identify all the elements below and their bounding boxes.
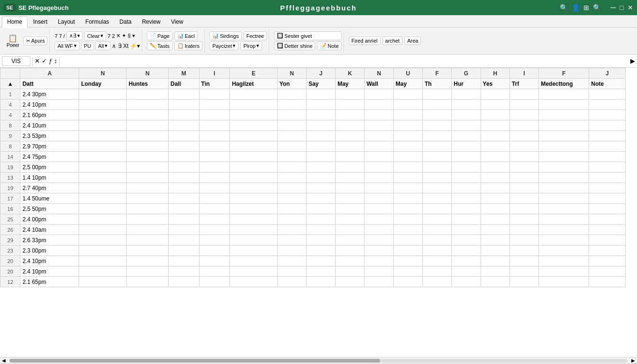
cell-data[interactable] — [127, 204, 168, 214]
cell-data[interactable] — [589, 100, 626, 110]
scroll-left-arrow[interactable]: ◀ — [0, 358, 8, 363]
cell-data[interactable] — [481, 120, 510, 131]
cell-datt[interactable]: 2.4 10um — [20, 120, 79, 131]
cell-data[interactable] — [306, 89, 335, 100]
cell-data[interactable] — [393, 256, 422, 266]
cell-data[interactable] — [589, 141, 626, 152]
cell-data[interactable] — [127, 193, 168, 204]
cell-data[interactable] — [539, 193, 589, 204]
formula-expand-icon[interactable]: ↕ — [54, 57, 57, 64]
cell-data[interactable] — [79, 225, 127, 235]
cell-data[interactable] — [510, 131, 538, 141]
cell-data[interactable] — [452, 277, 481, 287]
cell-data[interactable] — [306, 193, 335, 204]
all-wf-dropdown[interactable]: All WF▾ — [55, 41, 79, 50]
iraters-button[interactable]: 📋Iraters — [174, 41, 202, 50]
col-header-n4[interactable]: N — [364, 68, 393, 79]
cell-data[interactable] — [306, 214, 335, 225]
row-header[interactable]: 23 — [0, 246, 20, 256]
cell-datt[interactable]: 2.4 75pm — [20, 152, 79, 162]
cell-data[interactable] — [127, 183, 168, 193]
header-may1[interactable]: May — [336, 79, 364, 89]
cell-data[interactable] — [306, 141, 335, 152]
cell-data[interactable] — [423, 256, 452, 266]
cell-data[interactable] — [481, 256, 510, 266]
cell-data[interactable] — [510, 277, 538, 287]
header-tin[interactable]: Tin — [199, 79, 230, 89]
cell-data[interactable] — [199, 225, 230, 235]
row-header[interactable]: 20 — [0, 256, 20, 266]
cell-data[interactable] — [336, 141, 364, 152]
cell-data[interactable] — [277, 131, 306, 141]
formula-insert-icon[interactable]: ƒ — [49, 57, 52, 64]
cell-data[interactable] — [481, 277, 510, 287]
cell-data[interactable] — [127, 141, 168, 152]
cell-data[interactable] — [539, 266, 589, 277]
cell-data[interactable] — [452, 214, 481, 225]
cell-data[interactable] — [168, 193, 199, 204]
cell-data[interactable] — [230, 110, 277, 120]
cell-data[interactable] — [589, 152, 626, 162]
cell-data[interactable] — [79, 256, 127, 266]
header-wall[interactable]: Wall — [364, 79, 393, 89]
cell-data[interactable] — [481, 89, 510, 100]
cell-data[interactable] — [306, 173, 335, 183]
cell-data[interactable] — [168, 162, 199, 173]
cell-data[interactable] — [168, 256, 199, 266]
cell-data[interactable] — [199, 120, 230, 131]
cell-data[interactable] — [230, 141, 277, 152]
area-button[interactable]: Area — [404, 36, 421, 45]
cell-data[interactable] — [510, 110, 538, 120]
cell-data[interactable] — [277, 141, 306, 152]
cell-data[interactable] — [336, 266, 364, 277]
header-yes[interactable]: Yes — [481, 79, 510, 89]
header-trf[interactable]: Trf — [510, 79, 538, 89]
plrop-dropdown[interactable]: Plrop▾ — [240, 41, 262, 50]
search-icon[interactable]: 🔍 — [560, 4, 568, 11]
cut-button[interactable]: ✂Apurs — [23, 36, 48, 46]
clear-dropdown[interactable]: Clear▾ — [84, 31, 106, 40]
cell-data[interactable] — [393, 246, 422, 256]
scroll-right-arrow[interactable]: ▶ — [629, 358, 637, 363]
cell-data[interactable] — [230, 235, 277, 246]
row-header[interactable]: 26 — [0, 225, 20, 235]
cell-data[interactable] — [393, 204, 422, 214]
cell-data[interactable] — [336, 89, 364, 100]
cell-data[interactable] — [589, 266, 626, 277]
cell-data[interactable] — [199, 235, 230, 246]
cell-data[interactable] — [230, 256, 277, 266]
col-header-i1[interactable]: I — [199, 68, 230, 79]
cell-data[interactable] — [539, 214, 589, 225]
paste-button[interactable]: 📋 Poeer — [5, 33, 21, 49]
cell-data[interactable] — [336, 110, 364, 120]
cell-data[interactable] — [230, 89, 277, 100]
col-header-u[interactable]: U — [393, 68, 422, 79]
formula-input[interactable] — [62, 57, 628, 65]
row-header[interactable]: 17 — [0, 193, 20, 204]
cell-data[interactable] — [230, 214, 277, 225]
tab-review[interactable]: Review — [137, 17, 165, 27]
cell-data[interactable] — [510, 152, 538, 162]
cell-data[interactable] — [79, 100, 127, 110]
col-header-g[interactable]: G — [452, 68, 481, 79]
cell-data[interactable] — [230, 152, 277, 162]
cell-data[interactable] — [127, 152, 168, 162]
cell-data[interactable] — [393, 193, 422, 204]
cell-data[interactable] — [481, 193, 510, 204]
row-header[interactable]: 8 — [0, 120, 20, 131]
cell-data[interactable] — [79, 266, 127, 277]
cell-data[interactable] — [277, 89, 306, 100]
share-icon[interactable]: ⊞ — [583, 4, 589, 11]
cell-data[interactable] — [127, 131, 168, 141]
cell-data[interactable] — [127, 246, 168, 256]
cell-data[interactable] — [539, 204, 589, 214]
tab-home[interactable]: Home — [2, 16, 27, 27]
cell-data[interactable] — [336, 183, 364, 193]
cell-data[interactable] — [539, 162, 589, 173]
cell-data[interactable] — [423, 89, 452, 100]
cell-data[interactable] — [423, 193, 452, 204]
cell-data[interactable] — [364, 256, 393, 266]
cell-data[interactable] — [199, 277, 230, 287]
col-header-i2[interactable]: I — [510, 68, 538, 79]
cell-data[interactable] — [452, 246, 481, 256]
